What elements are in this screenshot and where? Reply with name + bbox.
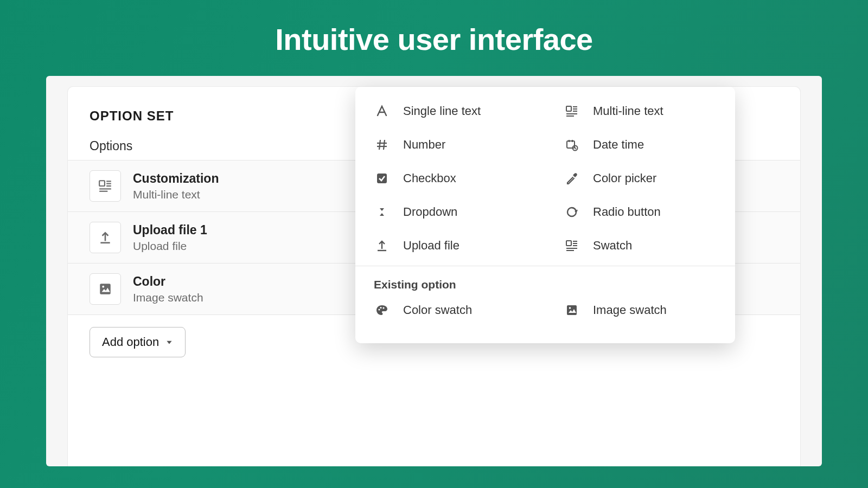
multiline-icon (564, 105, 580, 118)
checkbox-icon (374, 172, 390, 185)
dropdown-icon (374, 206, 390, 219)
option-subtitle: Multi-line text (133, 188, 219, 201)
type-swatch[interactable]: Swatch (545, 229, 735, 262)
type-radio-button[interactable]: Radio button (545, 195, 735, 229)
swatch-icon (564, 239, 580, 252)
add-option-button[interactable]: Add option (90, 327, 186, 357)
existing-option-label: Existing option (355, 266, 735, 293)
type-label: Swatch (593, 239, 632, 253)
type-single-line-text[interactable]: Single line text (355, 94, 545, 128)
option-type-popover: Single line text Multi-line text Number … (355, 87, 735, 343)
type-upload-file[interactable]: Upload file (355, 229, 545, 262)
type-label: Checkbox (403, 171, 456, 185)
option-subtitle: Upload file (133, 240, 207, 253)
type-dropdown[interactable]: Dropdown (355, 195, 545, 229)
hash-icon (374, 138, 390, 151)
type-label: Dropdown (403, 205, 457, 219)
type-label: Date time (593, 138, 644, 152)
existing-color-swatch[interactable]: Color swatch (355, 293, 545, 327)
add-option-label: Add option (102, 335, 159, 349)
type-date-time[interactable]: Date time (545, 128, 735, 162)
type-label: Upload file (403, 239, 459, 253)
type-label: Color picker (593, 171, 656, 185)
multiline-icon (90, 170, 121, 202)
option-type-grid: Single line text Multi-line text Number … (355, 94, 735, 262)
type-label: Number (403, 138, 445, 152)
svg-marker-28 (167, 341, 172, 344)
radio-icon (564, 206, 580, 219)
type-label: Single line text (403, 104, 481, 118)
option-title: Upload file 1 (133, 223, 207, 237)
option-title: Customization (133, 171, 219, 186)
datetime-icon (564, 138, 580, 151)
image-icon (564, 304, 580, 317)
eyedropper-icon (564, 172, 580, 185)
type-label: Multi-line text (593, 104, 663, 118)
type-checkbox[interactable]: Checkbox (355, 162, 545, 195)
type-label: Color swatch (403, 303, 472, 317)
type-label: Radio button (593, 205, 661, 219)
type-color-picker[interactable]: Color picker (545, 162, 735, 195)
type-multi-line-text[interactable]: Multi-line text (545, 94, 735, 128)
option-title: Color (133, 274, 203, 289)
option-subtitle: Image swatch (133, 291, 203, 304)
palette-icon (374, 304, 390, 317)
upload-icon (374, 239, 390, 252)
upload-icon (90, 222, 121, 253)
existing-image-swatch[interactable]: Image swatch (545, 293, 735, 327)
app-panel: OPTION SET Options Customization Multi-l… (46, 76, 822, 466)
page-title: Intuitive user interface (0, 0, 868, 57)
text-icon (374, 105, 390, 118)
type-number[interactable]: Number (355, 128, 545, 162)
caret-down-icon (165, 338, 173, 346)
option-set-card: OPTION SET Options Customization Multi-l… (68, 87, 800, 466)
image-icon (90, 273, 121, 305)
type-label: Image swatch (593, 303, 667, 317)
